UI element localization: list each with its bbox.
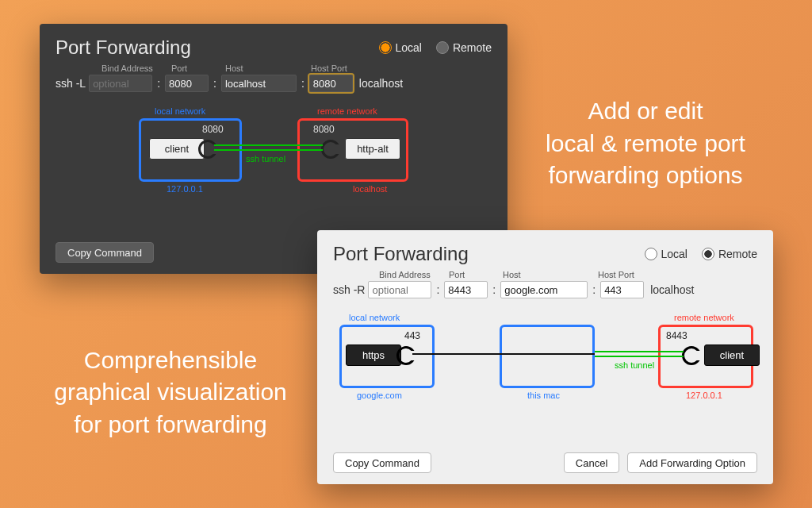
bind-address-input[interactable] (368, 281, 431, 298)
ssh-tunnel-line (214, 144, 323, 151)
bind-address-input[interactable] (89, 75, 152, 92)
radio-dot-on-icon (702, 248, 714, 260)
radio-local[interactable]: Local (645, 248, 688, 260)
forwarding-diagram: local network remote network 8080 8080 c… (56, 106, 492, 210)
local-port-number: 8080 (202, 124, 224, 135)
ssh-tunnel-line (595, 351, 684, 357)
copy-command-button[interactable]: Copy Command (333, 452, 431, 473)
remote-port-number: 8080 (313, 124, 335, 135)
service-node: http-alt (345, 138, 400, 160)
cancel-button[interactable]: Cancel (564, 452, 619, 473)
label-host: Host (225, 64, 311, 73)
plug-icon (682, 346, 701, 365)
this-mac-label: this mac (527, 391, 560, 400)
label-port: Port (171, 64, 225, 73)
ssh-tunnel-label: ssh tunnel (246, 154, 285, 164)
plug-icon (396, 346, 416, 365)
local-network-label: local network (349, 313, 400, 322)
forwarding-diagram: local network remote network 443 8443 ht… (333, 313, 757, 416)
service-node: https (346, 344, 401, 366)
caption-add-edit: Add or editlocal & remote portforwarding… (527, 95, 764, 192)
local-ip-label: 127.0.0.1 (167, 184, 203, 194)
plug-icon (321, 140, 340, 159)
remote-host-label: localhost (353, 184, 387, 194)
port-input[interactable] (444, 281, 488, 298)
radio-remote[interactable]: Remote (436, 41, 492, 54)
copy-command-button[interactable]: Copy Command (56, 242, 154, 263)
client-node: client (149, 138, 205, 160)
ssh-suffix: localhost (359, 77, 403, 90)
dialog-port-forwarding-remote: Port Forwarding Local Remote Bind Addres… (317, 230, 773, 484)
host-port-input[interactable] (600, 281, 644, 298)
radio-remote[interactable]: Remote (702, 248, 757, 260)
label-bind-address: Bind Address (379, 270, 449, 279)
ssh-prefix: ssh -R (333, 283, 365, 296)
radio-dot-on-icon (379, 41, 392, 54)
label-host: Host (503, 270, 598, 279)
ssh-prefix: ssh -L (56, 77, 86, 90)
ssh-suffix: localhost (650, 283, 694, 296)
host-port-input[interactable] (309, 75, 353, 92)
remote-port-number: 8443 (666, 330, 688, 341)
radio-local[interactable]: Local (379, 41, 422, 54)
local-host-label: google.com (357, 391, 402, 400)
dialog-title: Port Forwarding (333, 243, 469, 265)
this-mac-box (500, 325, 595, 388)
caption-visualization: Comprehensiblegraphical visualizationfor… (44, 344, 297, 441)
host-input[interactable] (221, 75, 297, 92)
add-forwarding-option-button[interactable]: Add Forwarding Option (627, 452, 757, 473)
local-port-number: 443 (404, 330, 420, 341)
label-bind-address: Bind Address (102, 64, 171, 73)
label-host-port: Host Port (311, 64, 366, 73)
remote-network-label: remote network (317, 106, 377, 116)
label-port: Port (449, 270, 503, 279)
dialog-title: Port Forwarding (56, 37, 191, 59)
remote-ip-label: 127.0.0.1 (686, 391, 722, 400)
label-host-port: Host Port (598, 270, 653, 279)
radio-dot-off-icon (436, 41, 449, 54)
host-input[interactable] (500, 281, 588, 298)
port-input[interactable] (165, 75, 209, 92)
remote-network-label: remote network (674, 313, 734, 322)
radio-dot-off-icon (645, 248, 657, 260)
client-node: client (704, 344, 760, 366)
local-network-label: local network (155, 106, 205, 116)
connection-line (412, 353, 595, 355)
ssh-tunnel-label: ssh tunnel (615, 360, 654, 370)
